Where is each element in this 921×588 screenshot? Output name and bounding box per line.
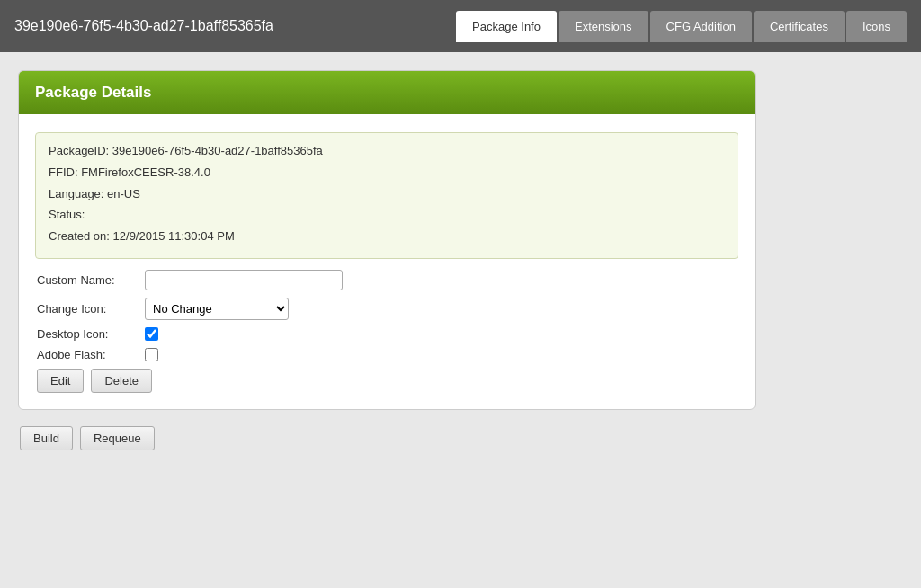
ffid-label: FFID: xyxy=(49,165,78,179)
tab-icons[interactable]: Icons xyxy=(846,11,907,42)
main-content: Package Details PackageID: 39e190e6-76f5… xyxy=(0,52,921,588)
custom-name-label: Custom Name: xyxy=(37,273,145,287)
adobe-flash-checkbox[interactable] xyxy=(145,348,158,361)
desktop-icon-label: Desktop Icon: xyxy=(37,327,145,341)
ffid-value: FMFirefoxCEESR-38.4.0 xyxy=(81,165,210,179)
change-icon-row: Change Icon: No Change Custom Icon xyxy=(35,298,738,320)
created-label: Created on: xyxy=(49,229,110,243)
desktop-icon-checkbox[interactable] xyxy=(145,327,158,341)
requeue-button[interactable]: Requeue xyxy=(80,426,155,450)
created-line: Created on: 12/9/2015 11:30:04 PM xyxy=(49,227,725,246)
language-value: en-US xyxy=(107,187,140,200)
package-id-label: PackageID: xyxy=(49,144,109,157)
package-id-line: PackageID: 39e190e6-76f5-4b30-ad27-1baff… xyxy=(49,142,725,161)
tab-certificates[interactable]: Certificates xyxy=(754,11,845,42)
package-id-value: 39e190e6-76f5-4b30-ad27-1baff85365fa xyxy=(112,144,323,157)
bottom-buttons: Build Requeue xyxy=(18,426,903,450)
change-icon-label: Change Icon: xyxy=(37,302,145,316)
package-card: Package Details PackageID: 39e190e6-76f5… xyxy=(18,70,756,410)
status-label: Status: xyxy=(49,208,85,221)
build-button[interactable]: Build xyxy=(20,426,73,450)
language-label: Language: xyxy=(49,187,103,200)
action-buttons: Edit Delete xyxy=(35,369,738,393)
card-header: Package Details xyxy=(19,71,755,114)
tab-package-info[interactable]: Package Info xyxy=(456,11,557,42)
edit-button[interactable]: Edit xyxy=(37,369,84,393)
desktop-icon-row: Desktop Icon: xyxy=(35,327,738,341)
header-bar: 39e190e6-76f5-4b30-ad27-1baff85365fa Pac… xyxy=(0,0,921,52)
tab-extensions[interactable]: Extensions xyxy=(559,11,648,42)
delete-button[interactable]: Delete xyxy=(91,369,152,393)
adobe-flash-row: Adobe Flash: xyxy=(35,348,738,361)
ffid-line: FFID: FMFirefoxCEESR-38.4.0 xyxy=(49,164,725,183)
custom-name-row: Custom Name: xyxy=(35,270,738,290)
page-title: 39e190e6-76f5-4b30-ad27-1baff85365fa xyxy=(14,18,456,34)
created-value: 12/9/2015 11:30:04 PM xyxy=(113,229,235,243)
custom-name-input[interactable] xyxy=(145,270,343,290)
language-line: Language: en-US xyxy=(49,185,725,204)
tab-navigation: Package Info Extensions CFG Addition Cer… xyxy=(456,11,907,42)
tab-cfg-addition[interactable]: CFG Addition xyxy=(650,11,752,42)
card-body: PackageID: 39e190e6-76f5-4b30-ad27-1baff… xyxy=(19,114,755,409)
change-icon-select[interactable]: No Change Custom Icon xyxy=(145,298,289,320)
info-box: PackageID: 39e190e6-76f5-4b30-ad27-1baff… xyxy=(35,132,738,259)
adobe-flash-label: Adobe Flash: xyxy=(37,348,145,361)
status-line: Status: xyxy=(49,206,725,225)
